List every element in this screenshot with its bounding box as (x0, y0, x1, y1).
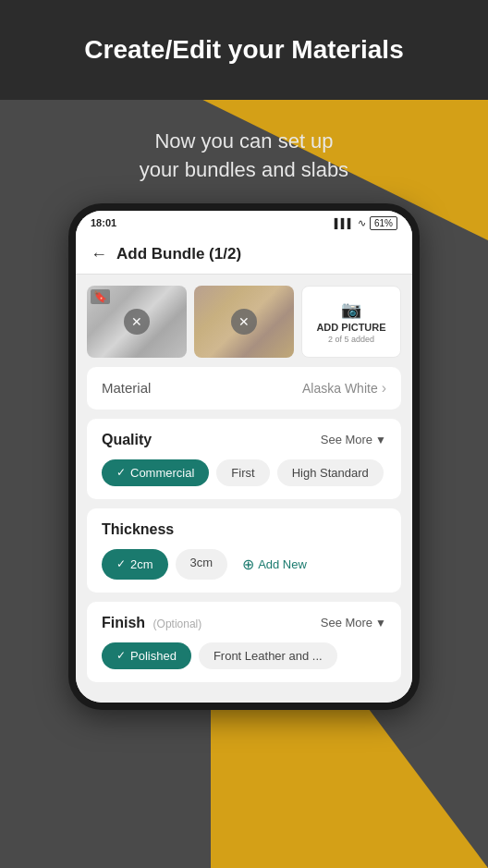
phone-inner: 18:01 ▌▌▌ ∿ 61% ← Add Bundle (1/2) (76, 211, 412, 703)
status-time: 18:01 (91, 217, 116, 228)
nav-bar: ← Add Bundle (1/2) (76, 236, 412, 275)
check-icon-polished: ✓ (116, 649, 126, 662)
material-value[interactable]: Alaska White › (302, 380, 386, 397)
remove-image-1-button[interactable]: ✕ (124, 309, 150, 335)
quality-see-more-button[interactable]: See More ▼ (321, 433, 386, 446)
add-picture-box[interactable]: 📷 ADD PICTURE 2 of 5 added (301, 286, 401, 358)
image-thumb-1[interactable]: 🔖 ✕ (87, 286, 187, 358)
finish-chip-front-leather[interactable]: Front Leather and ... (199, 642, 337, 669)
page-content: Create/Edit your Materials Now you can s… (0, 0, 488, 868)
material-chevron-icon: › (382, 380, 386, 397)
add-new-thickness-button[interactable]: ⊕ Add New (235, 549, 314, 580)
subtitle-text: Now you can set up your bundles and slab… (18, 128, 470, 185)
phone-scroll[interactable]: 🔖 ✕ ✕ 📷 ADD PICTURE 2 of 5 added (76, 275, 412, 703)
material-card[interactable]: Material Alaska White › (87, 367, 401, 410)
battery-icon: 61% (370, 216, 397, 230)
image-row: 🔖 ✕ ✕ 📷 ADD PICTURE 2 of 5 added (87, 286, 401, 358)
quality-chips-row: ✓ Commercial First High Standard (102, 459, 386, 486)
thickness-chip-2cm[interactable]: ✓ 2cm (102, 549, 168, 580)
finish-title: Finish (Optional) (102, 615, 201, 631)
thickness-card: Thickness ✓ 2cm 3cm ⊕ Add New (87, 508, 401, 593)
finish-card: Finish (Optional) See More ▼ ✓ Polished (87, 602, 401, 682)
subtitle-area: Now you can set up your bundles and slab… (0, 100, 488, 203)
add-picture-label: ADD PICTURE (316, 322, 385, 333)
remove-image-2-button[interactable]: ✕ (231, 309, 257, 335)
header-title: Create/Edit your Materials (84, 35, 403, 65)
quality-card: Quality See More ▼ ✓ Commercial First (87, 419, 401, 499)
status-right: ▌▌▌ ∿ 61% (335, 216, 397, 230)
material-label: Material (102, 380, 151, 396)
check-icon-2cm: ✓ (116, 557, 126, 570)
finish-header: Finish (Optional) See More ▼ (102, 615, 386, 631)
image-thumb-2[interactable]: ✕ (194, 286, 294, 358)
finish-chip-polished[interactable]: ✓ Polished (102, 642, 191, 669)
material-row: Material Alaska White › (102, 380, 386, 397)
add-new-icon: ⊕ (242, 556, 254, 573)
phone-mockup: 18:01 ▌▌▌ ∿ 61% ← Add Bundle (1/2) (68, 203, 420, 710)
quality-header: Quality See More ▼ (102, 432, 386, 448)
quality-chip-commercial[interactable]: ✓ Commercial (102, 459, 209, 486)
thickness-title: Thickness (102, 521, 174, 538)
status-bar: 18:01 ▌▌▌ ∿ 61% (76, 211, 412, 236)
check-icon: ✓ (116, 466, 126, 479)
nav-title: Add Bundle (1/2) (116, 245, 241, 263)
quality-chip-first[interactable]: First (216, 459, 269, 486)
signal-icon: ▌▌▌ (335, 218, 354, 228)
quality-chip-high-standard[interactable]: High Standard (277, 459, 384, 486)
optional-label: (Optional) (153, 617, 202, 630)
thickness-chips-row: ✓ 2cm 3cm ⊕ Add New (102, 549, 386, 580)
finish-see-more-arrow-icon: ▼ (375, 617, 386, 630)
add-picture-sub: 2 of 5 added (328, 335, 374, 344)
thickness-header: Thickness (102, 521, 386, 538)
finish-chips-row: ✓ Polished Front Leather and ... (102, 642, 386, 669)
thickness-chip-3cm[interactable]: 3cm (176, 549, 228, 580)
camera-icon: 📷 (341, 300, 361, 320)
wifi-icon: ∿ (358, 217, 366, 229)
quality-title: Quality (102, 432, 152, 448)
finish-see-more-button[interactable]: See More ▼ (321, 616, 386, 630)
see-more-arrow-icon: ▼ (375, 434, 386, 446)
back-button[interactable]: ← (91, 245, 107, 264)
bookmark-icon-1: 🔖 (91, 289, 110, 304)
header-bar: Create/Edit your Materials (0, 0, 488, 100)
